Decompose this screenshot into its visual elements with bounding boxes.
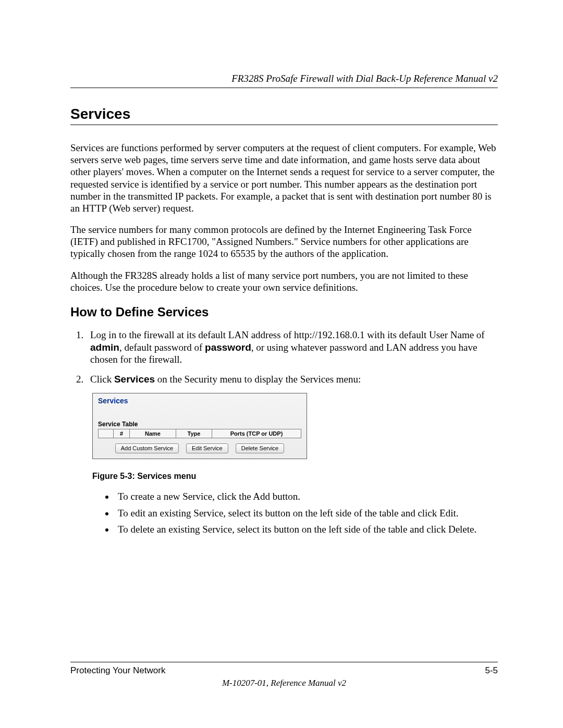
figure-services-menu: Services Service Table # Name Type Ports… (92, 393, 498, 459)
footer-chapter: Protecting Your Network (70, 665, 165, 676)
service-table-col-type: Type (176, 429, 212, 438)
service-table-col-select (99, 429, 114, 438)
service-table-col-name: Name (130, 429, 176, 438)
section-title: Services (70, 106, 498, 122)
bullet-delete: To delete an existing Service, select it… (115, 523, 498, 536)
steps-list: Log in to the firewall at its default LA… (70, 329, 498, 386)
step-1-text-a: Log in to the firewall at its default LA… (90, 329, 485, 340)
add-custom-service-button[interactable]: Add Custom Service (115, 443, 179, 453)
page-footer: Protecting Your Network 5-5 M-10207-01, … (70, 662, 498, 688)
bullet-list: To create a new Service, click the Add b… (70, 490, 498, 536)
footer-page-number: 5-5 (485, 665, 498, 676)
service-table-col-num: # (114, 429, 130, 438)
bullet-edit: To edit an existing Service, select its … (115, 507, 498, 520)
footer-rule (70, 662, 498, 662)
header-rule (70, 88, 498, 88)
subsection-title: How to Define Services (70, 305, 498, 319)
step-1-password: password (205, 342, 251, 353)
step-2-services: Services (114, 374, 155, 385)
step-2-text-a: Click (90, 374, 114, 385)
services-panel-title: Services (98, 397, 301, 405)
step-1-admin: admin (90, 342, 119, 353)
bullet-add: To create a new Service, click the Add b… (115, 490, 498, 503)
service-button-row: Add Custom Service Edit Service Delete S… (98, 443, 301, 453)
footer-doc-id: M-10207-01, Reference Manual v2 (70, 678, 498, 688)
service-table-label: Service Table (98, 421, 301, 428)
service-table: # Name Type Ports (TCP or UDP) (98, 429, 301, 438)
figure-caption: Figure 5-3: Services menu (92, 472, 498, 481)
service-table-col-ports: Ports (TCP or UDP) (212, 429, 301, 438)
edit-service-button[interactable]: Edit Service (186, 443, 228, 453)
services-panel: Services Service Table # Name Type Ports… (92, 393, 307, 459)
delete-service-button[interactable]: Delete Service (236, 443, 285, 453)
running-header: FR328S ProSafe Firewall with Dial Back-U… (70, 73, 498, 84)
step-1-text-b: , default password of (119, 342, 205, 353)
paragraph-1: Services are functions performed by serv… (70, 142, 498, 214)
step-2: Click Services on the Security menu to d… (86, 373, 498, 386)
title-underline (70, 125, 498, 125)
step-2-text-b: on the Security menu to display the Serv… (155, 374, 361, 385)
step-1: Log in to the firewall at its default LA… (86, 329, 498, 366)
paragraph-3: Although the FR328S already holds a list… (70, 269, 498, 293)
paragraph-2: The service numbers for many common prot… (70, 224, 498, 260)
